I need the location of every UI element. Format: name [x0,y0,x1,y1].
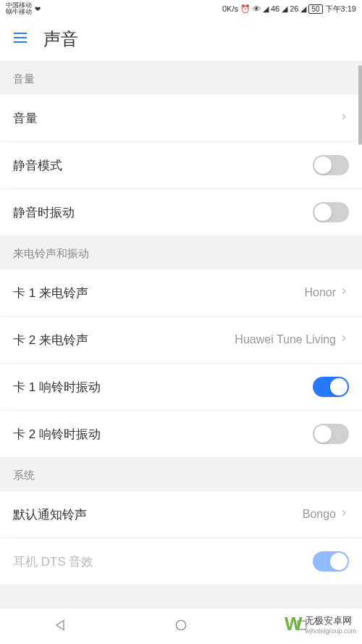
sim1-vibrate-toggle[interactable] [313,377,349,397]
vibrate-silent-label: 静音时振动 [13,204,313,221]
chevron-right-icon [339,111,349,125]
default-notification-value: Bongo [303,508,336,521]
net-type: 46 [271,4,279,13]
section-system: 系统 [0,457,362,491]
carrier-2: 蜗牛移动 [6,9,32,15]
alarm-icon: ⏰ [240,4,251,14]
nav-home-icon[interactable] [174,618,188,635]
sim2-vibrate-toggle[interactable] [313,424,349,444]
sim1-ringtone-value: Honor [304,286,336,299]
svg-marker-3 [56,620,64,630]
battery-level: 50 [308,4,322,14]
volume-label: 音量 [13,110,339,127]
dts-toggle [313,551,349,572]
nav-back-icon[interactable] [53,618,67,635]
chevron-right-icon [339,285,349,300]
silent-mode-toggle[interactable] [313,155,349,175]
network-speed: 0K/s [222,4,238,13]
watermark-logo-icon: W [285,613,303,635]
sim2-ringtone-value: Huawei Tune Living [235,333,336,346]
chevron-right-icon [339,507,349,522]
menu-icon[interactable] [12,29,29,49]
sim2-ringtone-label: 卡 2 来电铃声 [13,332,235,348]
row-sim2-vibrate: 卡 2 响铃时振动 [0,411,362,457]
row-volume[interactable]: 音量 [0,95,362,141]
watermark-brand: 无极安卓网 [305,614,356,627]
row-sim1-vibrate: 卡 1 响铃时振动 [0,364,362,410]
default-notification-label: 默认通知铃声 [13,506,303,523]
heart-icon: ❤ [35,5,41,13]
section-volume: 音量 [0,61,362,95]
eye-icon: 👁 [253,4,261,13]
watermark: W 无极安卓网 wjhotelgroup.com [285,613,356,635]
svg-point-4 [176,620,185,630]
row-default-notification[interactable]: 默认通知铃声 Bongo [0,491,362,538]
app-header: 声音 [0,17,362,61]
row-sim1-ringtone[interactable]: 卡 1 来电铃声 Honor [0,269,362,316]
status-bar: 中国移动 蜗牛移动 ❤ 0K/s ⏰ 👁 ◢ 46 ◢ 26 ◢ 50 下午3:… [0,0,362,17]
signal-icon-2: ◢ [300,4,306,14]
sim1-ringtone-label: 卡 1 来电铃声 [13,285,304,301]
watermark-url: wjhotelgroup.com [305,627,356,635]
dts-label: 耳机 DTS 音效 [13,553,313,570]
sim1-vibrate-label: 卡 1 响铃时振动 [13,379,313,396]
page-title: 声音 [43,28,78,51]
sig-type: 26 [290,4,298,13]
chevron-right-icon [339,333,349,347]
row-vibrate-silent: 静音时振动 [0,189,362,235]
sim2-vibrate-label: 卡 2 响铃时振动 [13,426,313,443]
carrier-labels: 中国移动 蜗牛移动 [6,2,32,15]
signal-icon-1: ◢ [282,4,287,14]
row-dts: 耳机 DTS 音效 [0,538,362,585]
scrollbar[interactable] [358,65,362,145]
wifi-icon: ◢ [263,4,269,14]
row-sim2-ringtone[interactable]: 卡 2 来电铃声 Huawei Tune Living [0,317,362,363]
status-right: 0K/s ⏰ 👁 ◢ 46 ◢ 26 ◢ 50 下午3:19 [222,4,356,14]
row-silent-mode: 静音模式 [0,142,362,188]
section-ringtone: 来电铃声和振动 [0,235,362,269]
silent-mode-label: 静音模式 [13,157,313,174]
vibrate-silent-toggle[interactable] [313,202,349,222]
clock: 下午3:19 [325,4,356,14]
